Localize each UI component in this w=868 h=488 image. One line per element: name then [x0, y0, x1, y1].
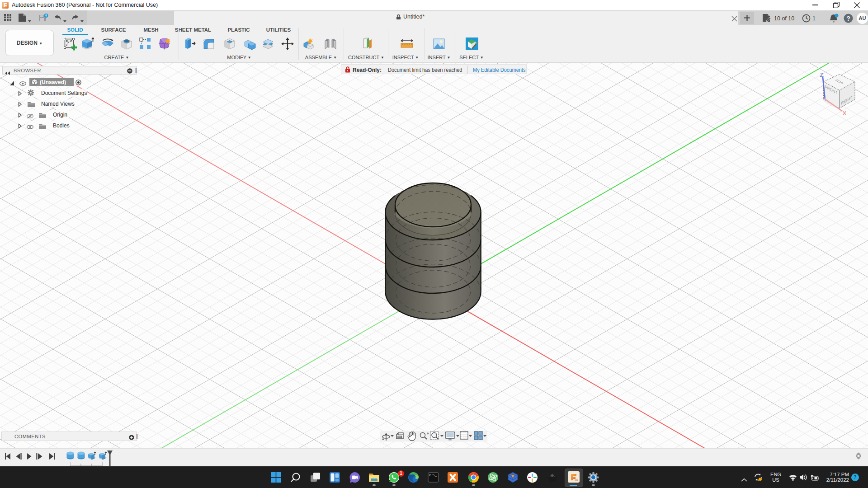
svg-text:X: X	[843, 110, 847, 117]
svg-text:Z: Z	[820, 71, 824, 78]
svg-text:?: ?	[846, 15, 850, 22]
svg-text:360: 360	[575, 479, 578, 481]
svg-text:C:\_: C:\_	[429, 474, 437, 477]
